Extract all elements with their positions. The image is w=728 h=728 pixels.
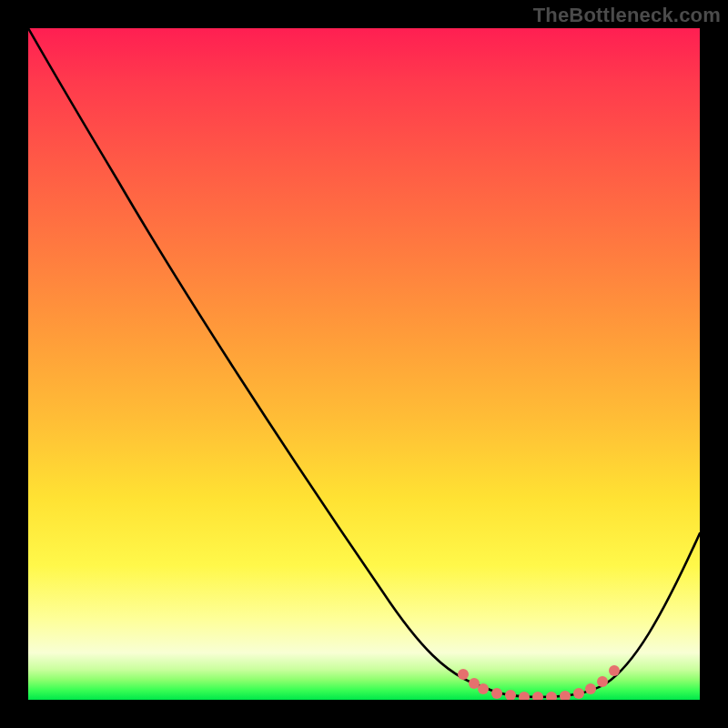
plot-area	[28, 28, 700, 700]
curve-overlay	[28, 28, 700, 700]
svg-point-6	[532, 692, 543, 700]
bottleneck-curve	[28, 28, 700, 697]
optimal-range-markers	[458, 665, 620, 700]
svg-point-7	[546, 692, 557, 700]
svg-point-0	[458, 669, 469, 680]
svg-point-5	[519, 692, 530, 700]
svg-point-3	[491, 688, 502, 699]
svg-point-1	[469, 678, 480, 689]
svg-point-8	[560, 691, 571, 700]
svg-point-12	[609, 665, 620, 676]
svg-point-4	[505, 690, 516, 700]
chart-container: TheBottleneck.com	[0, 0, 728, 728]
svg-point-11	[597, 676, 608, 687]
watermark-text: TheBottleneck.com	[533, 4, 721, 27]
svg-point-9	[573, 688, 584, 699]
svg-point-10	[585, 683, 596, 694]
svg-point-2	[478, 683, 489, 694]
